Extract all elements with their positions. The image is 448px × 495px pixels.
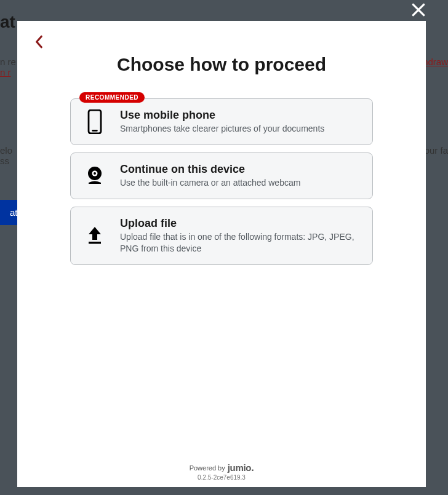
powered-by-line: Powered by jumio.	[190, 462, 254, 473]
bg-link-top[interactable]: ndraw	[423, 57, 448, 67]
svg-point-6	[94, 172, 96, 175]
chevron-left-icon	[35, 35, 44, 51]
option-mobile-title: Use mobile phone	[120, 109, 360, 122]
jumio-logo: jumio.	[228, 462, 254, 473]
webcam-icon	[83, 164, 106, 188]
option-this-device[interactable]: Continue on this device Use the built-in…	[70, 152, 373, 199]
bg-lower1: elo	[0, 145, 12, 156]
back-button[interactable]	[32, 36, 47, 50]
svg-rect-7	[89, 242, 101, 244]
option-upload-desc: Upload file that is in one of the follow…	[120, 231, 360, 255]
bg-link-bottom[interactable]: n r	[0, 67, 11, 77]
close-button[interactable]	[407, 0, 430, 22]
smartphone-icon	[83, 110, 106, 133]
recommended-badge: RECOMMENDED	[79, 92, 145, 103]
options-list: RECOMMENDED Use mobile phone Smartphones…	[70, 98, 373, 265]
option-upload-file[interactable]: Upload file Upload file that is in one o…	[70, 207, 373, 265]
modal-title: Choose how to proceed	[32, 54, 411, 75]
powered-by-text: Powered by	[190, 464, 225, 472]
bg-text-fragment: n re	[0, 57, 16, 67]
bg-lower2: ss	[0, 156, 9, 166]
option-upload-text: Upload file Upload file that is in one o…	[120, 217, 360, 255]
option-device-desc: Use the built-in camera or an attached w…	[120, 177, 360, 189]
option-device-title: Continue on this device	[120, 163, 360, 176]
option-device-text: Continue on this device Use the built-in…	[120, 163, 360, 189]
modal-footer: Powered by jumio. 0.2.5-2ce7e619.3	[17, 462, 426, 487]
option-mobile-desc: Smartphones take clearer pictures of you…	[120, 123, 360, 135]
close-icon	[410, 2, 426, 20]
bg-title-fragment: at	[0, 12, 15, 31]
upload-icon	[83, 224, 106, 247]
option-mobile-text: Use mobile phone Smartphones take cleare…	[120, 109, 360, 135]
option-mobile-phone[interactable]: RECOMMENDED Use mobile phone Smartphones…	[70, 98, 373, 145]
version-text: 0.2.5-2ce7e619.3	[17, 474, 426, 481]
option-upload-title: Upload file	[120, 217, 360, 230]
proceed-modal: Choose how to proceed RECOMMENDED Use mo…	[17, 21, 426, 487]
modal-header: Choose how to proceed	[17, 21, 426, 75]
